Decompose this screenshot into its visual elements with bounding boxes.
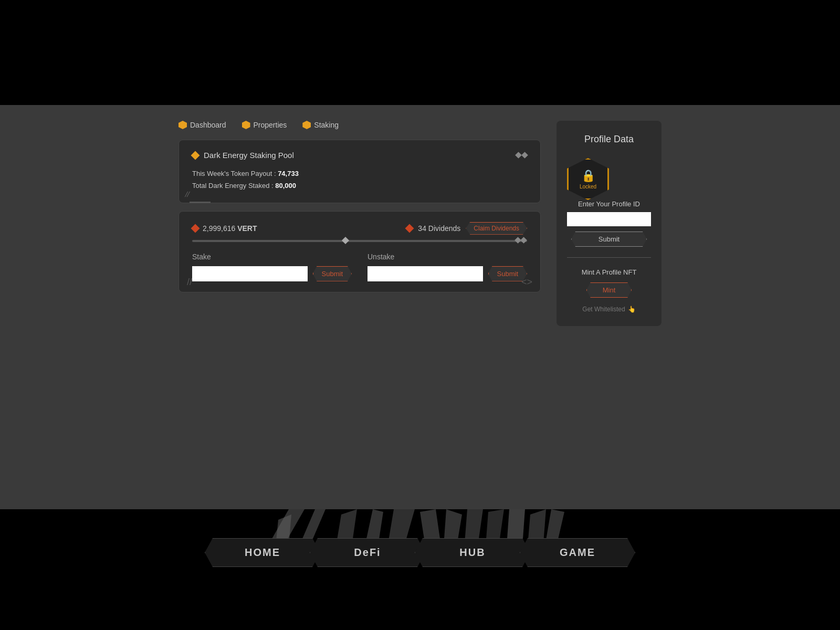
locked-label: Locked bbox=[580, 184, 596, 190]
dividends-info: 34 Dividends Claim Dividends bbox=[406, 222, 527, 235]
right-diamond-2 bbox=[520, 237, 527, 244]
staking-action-header: 2,999,616 VERT 34 Dividends Claim Divide… bbox=[192, 222, 527, 235]
unstake-input-row: Submit bbox=[368, 266, 527, 281]
profile-id-label: Enter Your Profile ID bbox=[567, 200, 651, 208]
stake-unstake-area: Stake Submit Unstake Submit bbox=[192, 253, 527, 281]
divider bbox=[567, 257, 651, 258]
whitelisted-label: Get Whitelisted bbox=[582, 306, 625, 313]
stat-staked: Total Dark Energy Staked : 80,000 bbox=[192, 180, 527, 192]
staking-pool-title: Dark Energy Staking Pool bbox=[204, 151, 294, 160]
dividends-label: Dividends bbox=[428, 224, 460, 233]
main-content: Dashboard Properties Staking Dark Energy… bbox=[0, 105, 840, 509]
unstake-section: Unstake Submit bbox=[368, 253, 527, 281]
profile-panel: Profile Data 🔒 Locked Enter Your Profile… bbox=[556, 121, 662, 326]
profile-id-input[interactable] bbox=[567, 212, 651, 226]
staking-action-card: 2,999,616 VERT 34 Dividends Claim Divide… bbox=[178, 211, 541, 292]
nav-dashboard[interactable]: Dashboard bbox=[178, 121, 226, 129]
vert-diamond-icon bbox=[191, 224, 200, 233]
mint-nft-label: Mint A Profile NFT bbox=[567, 268, 651, 276]
claim-dividends-button[interactable]: Claim Dividends bbox=[466, 222, 527, 235]
nav-tab-home[interactable]: HOME bbox=[205, 538, 320, 567]
dividends-text: 34 Dividends bbox=[418, 224, 460, 233]
mint-button[interactable]: Mint bbox=[586, 282, 632, 298]
dashboard-icon bbox=[178, 121, 187, 129]
hand-icon: 👆 bbox=[628, 306, 636, 313]
diamond-icon bbox=[191, 151, 200, 160]
whitelisted-link[interactable]: Get Whitelisted 👆 bbox=[567, 306, 651, 313]
card-slash-decoration: // bbox=[184, 190, 191, 198]
stat-payout: This Week's Token Payout : 74,733 bbox=[192, 167, 527, 180]
dividends-count: 34 bbox=[418, 224, 426, 233]
double-diamond-deco bbox=[516, 153, 527, 158]
stat-payout-label: This Week's Token Payout : bbox=[192, 170, 278, 177]
bottom-navigation: HOME DeFi HUB GAME bbox=[0, 538, 840, 567]
nav-staking-label: Staking bbox=[314, 121, 339, 129]
unstake-input[interactable] bbox=[368, 266, 483, 281]
dividends-diamond-icon bbox=[405, 224, 414, 233]
profile-data-title: Profile Data bbox=[567, 134, 651, 145]
progress-diamond bbox=[342, 237, 349, 244]
nav-properties[interactable]: Properties bbox=[242, 121, 287, 129]
nav-staking[interactable]: Staking bbox=[302, 121, 339, 129]
nav-tab-defi[interactable]: DeFi bbox=[310, 538, 425, 567]
navigation: Dashboard Properties Staking bbox=[178, 121, 541, 129]
left-panel: Dashboard Properties Staking Dark Energy… bbox=[178, 121, 541, 292]
stake-section: Stake Submit bbox=[192, 253, 352, 281]
stake-input[interactable] bbox=[192, 266, 308, 281]
profile-submit-button[interactable]: Submit bbox=[571, 232, 647, 247]
nav-tab-game[interactable]: GAME bbox=[520, 538, 635, 567]
staking-pool-header: Dark Energy Staking Pool bbox=[192, 151, 527, 160]
bottom-left-decoration: // bbox=[187, 277, 192, 288]
vert-amount: 2,999,616 VERT bbox=[203, 224, 257, 233]
vert-info: 2,999,616 VERT bbox=[192, 224, 257, 233]
stat-staked-label: Total Dark Energy Staked : bbox=[192, 182, 275, 190]
stat-payout-value: 74,733 bbox=[278, 170, 299, 177]
vert-label: VERT bbox=[237, 224, 257, 233]
progress-bar bbox=[192, 240, 527, 242]
staking-pool-card: Dark Energy Staking Pool This Week's Tok… bbox=[178, 140, 541, 203]
progress-diamond-right bbox=[516, 238, 526, 243]
vert-amount-value: 2,999,616 bbox=[203, 224, 235, 233]
small-diamond-2 bbox=[521, 152, 528, 159]
nav-dashboard-label: Dashboard bbox=[190, 121, 226, 129]
unstake-label: Unstake bbox=[368, 253, 527, 261]
stake-submit-button[interactable]: Submit bbox=[313, 266, 352, 281]
card-title-area: Dark Energy Staking Pool bbox=[192, 151, 294, 160]
properties-icon bbox=[242, 121, 250, 129]
staking-pool-stats: This Week's Token Payout : 74,733 Total … bbox=[192, 167, 527, 192]
staking-icon bbox=[302, 121, 311, 129]
locked-hex: 🔒 Locked bbox=[567, 158, 609, 200]
inner-container: Dashboard Properties Staking Dark Energy… bbox=[178, 121, 662, 326]
nav-properties-label: Properties bbox=[254, 121, 287, 129]
lock-icon: 🔒 bbox=[581, 169, 595, 183]
nav-tab-hub[interactable]: HUB bbox=[415, 538, 530, 567]
stat-staked-value: 80,000 bbox=[275, 182, 296, 190]
small-diamond-1 bbox=[515, 152, 522, 159]
stake-input-row: Submit bbox=[192, 266, 352, 281]
top-black-bar bbox=[0, 0, 840, 105]
stake-label: Stake bbox=[192, 253, 352, 261]
bottom-right-decoration: <> bbox=[521, 277, 532, 288]
